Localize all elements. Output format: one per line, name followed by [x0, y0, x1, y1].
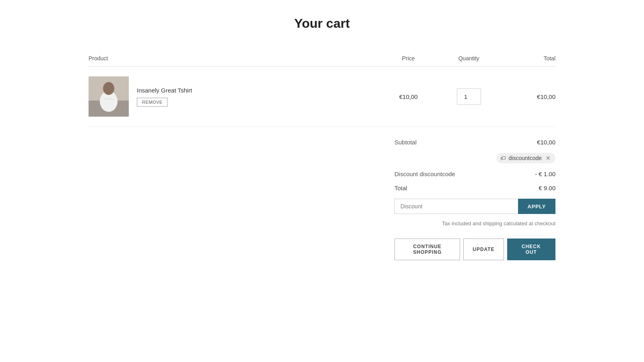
apply-button[interactable]: APPLY: [518, 199, 555, 214]
item-quantity-cell: [435, 67, 503, 127]
discount-input[interactable]: [394, 199, 518, 214]
product-cell: Insanely Great Tshirt REMOVE: [89, 76, 382, 117]
total-value: € 9.00: [539, 185, 555, 191]
discount-code-text: discountcode: [508, 155, 542, 161]
svg-point-4: [103, 82, 114, 95]
total-label: Total: [394, 185, 407, 191]
item-price: €10,00: [382, 67, 435, 127]
discount-input-row: APPLY: [394, 199, 555, 214]
action-buttons: CONTINUE SHOPPING UPDATE CHECK OUT: [394, 239, 555, 260]
summary-box: Subtotal €10,00 🏷 discountcode ✕ Discoun…: [394, 139, 555, 260]
discount-badge: 🏷 discountcode ✕: [496, 153, 555, 163]
subtotal-label: Subtotal: [394, 139, 417, 146]
cart-table: Product Price Quantity Total: [89, 55, 555, 127]
col-header-price: Price: [382, 55, 435, 67]
page-title: Your cart: [89, 16, 555, 31]
summary-section: Subtotal €10,00 🏷 discountcode ✕ Discoun…: [89, 139, 555, 260]
discount-row: Discount discountcode - € 1.00: [394, 171, 555, 177]
discount-badge-row: 🏷 discountcode ✕: [394, 153, 555, 163]
subtotal-row: Subtotal €10,00: [394, 139, 555, 146]
product-image: [89, 76, 129, 117]
col-header-quantity: Quantity: [435, 55, 503, 67]
tag-icon: 🏷: [500, 155, 506, 161]
table-row: Insanely Great Tshirt REMOVE €10,00 €10,…: [89, 67, 555, 127]
quantity-input[interactable]: [457, 88, 481, 105]
discount-value: - € 1.00: [535, 171, 555, 177]
product-name: Insanely Great Tshirt: [137, 87, 192, 94]
product-info: Insanely Great Tshirt REMOVE: [137, 87, 192, 107]
remove-discount-button[interactable]: ✕: [546, 155, 551, 161]
col-header-total: Total: [503, 55, 555, 67]
discount-label: Discount discountcode: [394, 171, 455, 177]
item-total: €10,00: [503, 67, 555, 127]
tax-note: Tax included and shipping calculated at …: [394, 220, 555, 226]
checkout-button[interactable]: CHECK OUT: [507, 239, 555, 260]
remove-button[interactable]: REMOVE: [137, 98, 168, 107]
total-row: Total € 9.00: [394, 185, 555, 191]
subtotal-value: €10,00: [537, 139, 555, 146]
update-button[interactable]: UPDATE: [463, 239, 504, 260]
col-header-product: Product: [89, 55, 382, 67]
continue-shopping-button[interactable]: CONTINUE SHOPPING: [394, 239, 460, 260]
